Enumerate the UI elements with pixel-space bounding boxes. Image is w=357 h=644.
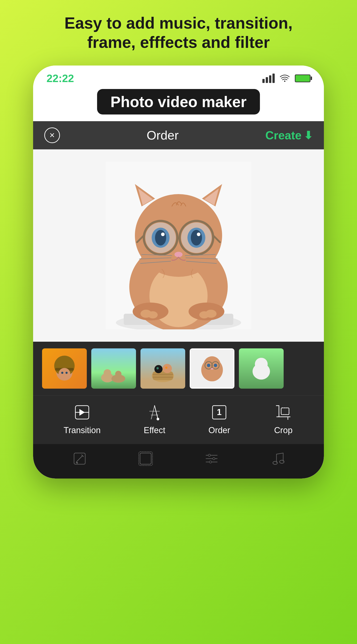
svg-line-94	[276, 453, 283, 454]
svg-point-52	[162, 364, 172, 373]
app-title-text: Photo video maker	[110, 93, 246, 110]
tool-bar: Transition Effect 1	[33, 395, 324, 444]
effect-label: Effect	[144, 426, 165, 435]
nav-edit[interactable]	[72, 451, 88, 467]
svg-point-26	[161, 232, 165, 236]
svg-line-70	[154, 406, 158, 419]
nav-filter[interactable]	[204, 451, 220, 467]
svg-point-98	[280, 460, 284, 463]
svg-point-10	[148, 311, 158, 318]
crop-tool[interactable]: Crop	[273, 402, 294, 435]
svg-point-72	[156, 418, 159, 420]
transition-label: Transition	[64, 426, 100, 435]
status-icons	[262, 73, 310, 83]
picture-icon	[138, 451, 154, 467]
svg-point-51	[154, 365, 162, 373]
svg-point-92	[213, 458, 215, 460]
status-time: 22:22	[46, 72, 74, 84]
svg-point-12	[205, 310, 216, 318]
svg-point-0	[284, 80, 286, 82]
nav-frame[interactable]	[138, 451, 154, 467]
thumbnail-strip	[33, 342, 324, 395]
svg-point-59	[207, 364, 210, 367]
svg-point-29	[197, 232, 200, 236]
svg-point-42	[66, 372, 68, 374]
svg-point-53	[156, 367, 158, 369]
app-title-bar: Photo video maker	[33, 87, 324, 121]
svg-point-97	[273, 461, 277, 464]
svg-point-61	[211, 368, 214, 370]
svg-rect-48	[153, 372, 173, 380]
sliders-icon	[204, 451, 220, 467]
svg-point-30	[174, 252, 182, 257]
svg-point-28	[191, 230, 202, 246]
music-icon	[270, 451, 286, 467]
create-button[interactable]: Create ⬇	[265, 128, 313, 142]
svg-line-83	[77, 456, 82, 462]
order-label: Order	[208, 426, 230, 435]
order-icon: 1	[209, 402, 229, 422]
nav-music[interactable]	[270, 451, 286, 467]
promo-text: Easy to add music, transition, frame, ef…	[22, 0, 335, 66]
svg-text:1: 1	[217, 408, 222, 417]
toolbar-title: Order	[146, 128, 178, 142]
crop-label: Crop	[274, 426, 292, 435]
crop-icon	[273, 402, 294, 422]
close-button[interactable]: ×	[44, 128, 60, 143]
svg-marker-69	[80, 409, 85, 416]
status-bar: 22:22	[33, 66, 324, 87]
signal-icon	[262, 74, 275, 83]
svg-point-91	[208, 454, 210, 456]
phone-frame: 22:22 Photo vid	[33, 66, 324, 478]
thumbnail-2[interactable]	[91, 348, 136, 389]
order-tool[interactable]: 1 Order	[208, 402, 230, 435]
svg-point-44	[104, 369, 111, 377]
svg-rect-86	[140, 453, 151, 464]
main-preview	[33, 149, 324, 342]
pencil-icon	[72, 451, 88, 467]
effect-icon	[144, 402, 165, 422]
effect-tool[interactable]: Effect	[144, 402, 165, 435]
thumbnail-1[interactable]	[42, 348, 87, 389]
svg-line-71	[151, 406, 154, 419]
svg-point-60	[214, 364, 217, 367]
svg-rect-87	[139, 452, 152, 466]
bottom-nav	[33, 444, 324, 478]
transition-icon	[72, 402, 92, 422]
create-download-icon: ⬇	[304, 129, 313, 142]
transition-tool[interactable]: Transition	[64, 402, 100, 435]
wifi-icon	[279, 73, 290, 83]
battery-icon	[295, 74, 310, 82]
svg-point-25	[155, 230, 166, 246]
svg-point-63	[255, 358, 268, 370]
cat-illustration	[106, 162, 251, 330]
svg-marker-84	[76, 462, 78, 464]
svg-point-93	[209, 461, 212, 463]
svg-point-40	[58, 368, 70, 380]
thumbnail-3[interactable]	[140, 348, 185, 389]
svg-point-54	[165, 366, 167, 369]
svg-rect-79	[281, 408, 289, 414]
thumbnail-4[interactable]	[190, 348, 234, 389]
app-title-badge: Photo video maker	[97, 89, 260, 114]
toolbar: × Order Create ⬇	[33, 121, 324, 149]
create-label: Create	[265, 128, 302, 142]
svg-point-46	[115, 371, 122, 377]
thumbnail-5[interactable]	[239, 348, 284, 389]
svg-point-41	[61, 372, 64, 374]
